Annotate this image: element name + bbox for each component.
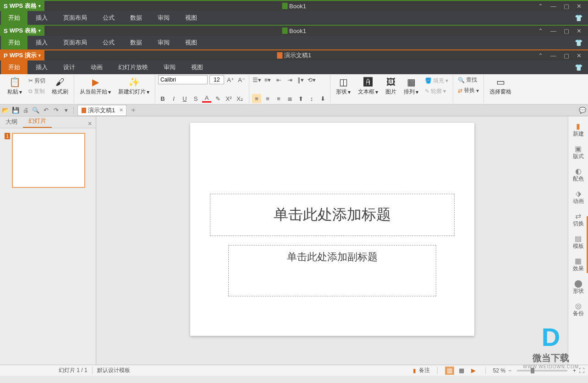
- menu-layout[interactable]: 页面布局: [56, 11, 94, 25]
- align-center-icon[interactable]: ≡: [263, 94, 272, 103]
- paste-button[interactable]: 📋粘贴 ▾: [5, 75, 25, 97]
- skin-icon[interactable]: 👕: [575, 39, 583, 46]
- add-tab-icon[interactable]: ＋: [129, 106, 137, 115]
- win-min-icon[interactable]: —: [550, 27, 556, 34]
- win-max-icon[interactable]: ▢: [564, 3, 569, 10]
- menu-data[interactable]: 数据: [123, 36, 149, 49]
- shape-button[interactable]: ◫形状 ▾: [333, 75, 353, 97]
- save-icon[interactable]: 💾: [12, 107, 19, 114]
- menu-data[interactable]: 数据: [123, 11, 149, 25]
- strike-button[interactable]: S: [191, 94, 200, 103]
- zoom-out-icon[interactable]: −: [508, 367, 511, 374]
- shrink-font-icon[interactable]: A⁻: [237, 75, 246, 84]
- skin-icon[interactable]: 👕: [575, 14, 583, 22]
- valign-bot-icon[interactable]: ⬇: [318, 94, 327, 103]
- open-icon[interactable]: 📂: [2, 107, 9, 114]
- menu-insert[interactable]: 插入: [28, 60, 55, 74]
- subtitle-placeholder[interactable]: 单击此处添加副标题: [228, 245, 436, 296]
- menu-slideshow[interactable]: 幻灯片放映: [111, 60, 155, 74]
- canvas[interactable]: 单击此处添加标题 单击此处添加副标题: [96, 116, 568, 365]
- rp-animation[interactable]: ⬗动画: [568, 186, 588, 208]
- align-right-icon[interactable]: ≡: [274, 94, 283, 103]
- menu-design[interactable]: 设计: [56, 60, 82, 74]
- app-badge[interactable]: SWPS 表格▾: [0, 1, 44, 11]
- rp-effect[interactable]: ▦效果: [568, 254, 588, 275]
- win-max-icon[interactable]: ▢: [564, 27, 569, 34]
- menu-animation[interactable]: 动画: [83, 60, 110, 74]
- rp-backup[interactable]: ◎备份: [568, 299, 588, 320]
- bold-button[interactable]: B: [158, 94, 167, 103]
- font-color-button[interactable]: A: [202, 94, 211, 103]
- zoom-slider[interactable]: [517, 370, 567, 372]
- more-icon[interactable]: ▾: [62, 107, 70, 114]
- win-up-icon[interactable]: ⌃: [538, 52, 543, 59]
- textbox-button[interactable]: 🅰文本框 ▾: [355, 75, 381, 97]
- zoom-value[interactable]: 52 %: [493, 367, 506, 374]
- valign-mid-icon[interactable]: ↕: [307, 94, 316, 103]
- menu-review[interactable]: 审阅: [156, 60, 183, 74]
- font-size-input[interactable]: [209, 75, 224, 84]
- app-badge[interactable]: SWPS 表格▾: [0, 26, 44, 36]
- menu-start[interactable]: 开始: [1, 36, 27, 49]
- redo-icon[interactable]: ↷: [52, 107, 60, 114]
- rp-color[interactable]: ◐配色: [568, 164, 588, 186]
- menu-view[interactable]: 视图: [178, 36, 204, 49]
- indent-inc-icon[interactable]: ⇥: [285, 75, 294, 84]
- rp-layout[interactable]: ▣版式: [568, 142, 588, 163]
- picture-button[interactable]: 🖼图片: [383, 75, 399, 97]
- menu-start[interactable]: 开始: [1, 60, 27, 74]
- win-close-icon[interactable]: ✕: [577, 27, 582, 34]
- panel-close-icon[interactable]: ✕: [84, 120, 96, 128]
- new-slide-button[interactable]: ✨新建幻灯片 ▾: [115, 75, 152, 97]
- menu-view[interactable]: 视图: [184, 60, 210, 74]
- print-icon[interactable]: 🖨: [22, 107, 29, 114]
- title-placeholder[interactable]: 单击此处添加标题: [210, 194, 455, 236]
- line-spacing-icon[interactable]: ‖▾: [296, 75, 305, 84]
- menu-formula[interactable]: 公式: [95, 11, 122, 25]
- file-tab[interactable]: 演示文稿1 ✕: [77, 105, 126, 116]
- win-min-icon[interactable]: —: [550, 52, 556, 59]
- app-badge[interactable]: PWPS 演示▾: [0, 50, 44, 60]
- valign-top-icon[interactable]: ⬆: [296, 94, 305, 103]
- zoom-in-icon[interactable]: +: [573, 367, 576, 374]
- fill-button[interactable]: 🪣填充 ▾: [423, 76, 450, 86]
- notes-button[interactable]: 备注: [419, 367, 430, 374]
- indent-dec-icon[interactable]: ⇤: [274, 75, 283, 84]
- outline-button[interactable]: ✎轮廓 ▾: [423, 87, 450, 96]
- arrange-button[interactable]: ▦排列 ▾: [401, 75, 421, 97]
- replace-button[interactable]: ⇄替换 ▾: [456, 86, 481, 95]
- menu-formula[interactable]: 公式: [95, 36, 122, 49]
- format-painter-button[interactable]: 🖌格式刷: [49, 75, 71, 97]
- win-up-icon[interactable]: ⌃: [538, 3, 543, 10]
- cut-button[interactable]: ✂剪切: [27, 76, 47, 86]
- rp-template[interactable]: ▤模板: [568, 231, 588, 253]
- menu-insert[interactable]: 插入: [28, 36, 55, 49]
- subscript-button[interactable]: X₂: [235, 94, 244, 103]
- underline-button[interactable]: U: [180, 94, 189, 103]
- menu-insert[interactable]: 插入: [28, 11, 55, 25]
- select-pane-button[interactable]: ▭选择窗格: [487, 75, 514, 97]
- highlight-button[interactable]: ✎: [213, 94, 222, 103]
- win-close-icon[interactable]: ✕: [577, 3, 582, 10]
- numbering-icon[interactable]: ≡▾: [263, 75, 272, 84]
- align-justify-icon[interactable]: ≣: [285, 94, 294, 103]
- grow-font-icon[interactable]: A⁺: [226, 75, 235, 84]
- slides-tab[interactable]: 幻灯片: [23, 115, 52, 128]
- menu-view[interactable]: 视图: [178, 11, 204, 25]
- menu-start[interactable]: 开始: [1, 11, 27, 25]
- italic-button[interactable]: I: [169, 94, 178, 103]
- preview-icon[interactable]: 🔍: [32, 107, 39, 114]
- bullets-icon[interactable]: ☰▾: [252, 75, 261, 84]
- superscript-button[interactable]: X²: [224, 94, 233, 103]
- copy-button[interactable]: ⧉复制: [27, 87, 47, 96]
- feedback-icon[interactable]: 💬: [579, 107, 586, 114]
- close-tab-icon[interactable]: ✕: [119, 107, 123, 113]
- font-name-input[interactable]: [158, 75, 208, 84]
- view-slideshow-icon[interactable]: ▶: [469, 367, 478, 375]
- rp-transition[interactable]: ⇄切换: [568, 209, 588, 230]
- win-close-icon[interactable]: ✕: [577, 52, 582, 59]
- skin-icon[interactable]: 👕: [575, 64, 583, 71]
- slide[interactable]: 单击此处添加标题 单击此处添加副标题: [190, 123, 474, 336]
- rp-shape[interactable]: ⬤形状: [568, 276, 588, 298]
- win-min-icon[interactable]: —: [550, 3, 556, 10]
